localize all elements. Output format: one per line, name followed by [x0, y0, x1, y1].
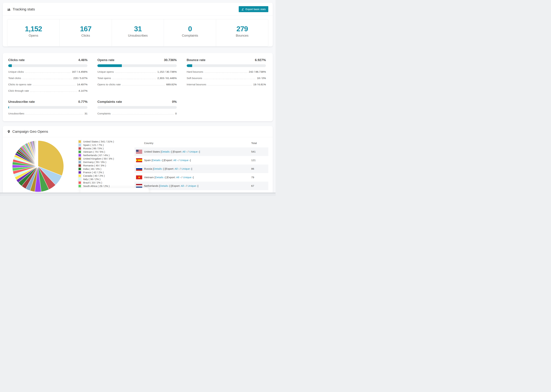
rate-row-value: 14.497%	[77, 83, 87, 86]
export-prefix: Export:	[166, 167, 175, 170]
export-all-link[interactable]: All ›	[173, 159, 178, 162]
rate-row: Total clicks220 / 5.87%	[8, 77, 87, 80]
country-cell: Vietnam [Details ›] [Export: All › / Uni…	[144, 176, 251, 179]
export-all-link[interactable]: All ›	[182, 150, 187, 153]
legend-item: Brazil ( 33 / 2% )	[78, 181, 134, 184]
legend-item: France ( 42 / 2% )	[78, 171, 134, 174]
tracking-stats-header: Tracking stats Export basic stats	[3, 3, 273, 16]
rate-row: Unique clicks167 / 4.456%	[8, 70, 87, 73]
rate-value: 0%	[172, 100, 177, 104]
ru-flag-icon	[136, 167, 142, 171]
legend-label: Germany ( 55 / 3% )	[83, 161, 106, 163]
stat-label: Bounces	[218, 34, 267, 37]
rate-head: Clicks rate4.46%	[8, 58, 87, 62]
rate-title: Unsubscribe rate	[8, 100, 35, 104]
country-name: Vietnam	[144, 176, 154, 179]
details-link[interactable]: Details ›	[160, 184, 170, 187]
legend-swatch	[78, 161, 81, 164]
bracket: ] [	[171, 150, 174, 153]
rate-rows: Hard bounces242 / 86.738%Soft bounces18 …	[187, 70, 266, 86]
bracket: ] [	[163, 167, 166, 170]
rate-rows: Complaints0	[97, 112, 177, 115]
rate-row-value: 4.147%	[78, 89, 88, 92]
rate-row: Complaints0	[97, 112, 177, 115]
legend-swatch	[78, 181, 81, 184]
export-all-link[interactable]: All ›	[181, 184, 185, 187]
rate-title: Clicks rate	[8, 58, 25, 62]
geo-opens-header: Campaign Geo Opens	[3, 126, 273, 137]
legend-swatch	[78, 154, 81, 157]
rate-head: Unsubscribe rate0.77%	[8, 100, 87, 104]
rate-row: Internal bounces19 / 6.81%	[187, 83, 266, 86]
rate-row-value: 2,303 / 61.446%	[157, 77, 177, 80]
details-link[interactable]: Details ›	[152, 159, 162, 162]
vn-flag-icon	[136, 175, 142, 179]
legend-label: Italy ( 36 / 2% )	[83, 178, 100, 181]
export-basic-stats-button[interactable]: Export basic stats	[239, 6, 268, 12]
rate-row: Unique opens1,152 / 30.736%	[97, 70, 177, 73]
progress-bar-fill	[97, 64, 122, 67]
stat-tile: 167Clicks	[60, 19, 112, 46]
export-unique-link[interactable]: Unique ›	[181, 167, 191, 170]
rate-value: 4.46%	[78, 58, 87, 62]
details-link[interactable]: Details ›	[154, 167, 163, 170]
rate-section: Opens rate30.736%Unique opens1,152 / 30.…	[97, 58, 177, 92]
export-unique-link[interactable]: Unique ›	[180, 159, 190, 162]
stat-value: 31	[113, 25, 162, 33]
progress-bar	[97, 106, 177, 109]
geo-table-header: CountryTotal	[134, 139, 268, 147]
legend-item: United States ( 541 / 31% )	[78, 140, 134, 143]
rate-row-value: 18 / 0%	[257, 77, 266, 80]
bracket: ]	[199, 150, 200, 153]
export-all-link[interactable]: All ›	[176, 176, 181, 179]
export-all-link[interactable]: All ›	[175, 167, 179, 170]
dotted-leader	[33, 85, 76, 85]
country-cell: Russia [Details ›] [Export: All › / Uniq…	[144, 167, 251, 170]
export-unique-link[interactable]: Unique ›	[183, 176, 193, 179]
rates-card: Clicks rate4.46%Unique clicks167 / 4.456…	[3, 53, 273, 121]
export-unique-link[interactable]: Unique ›	[188, 184, 198, 187]
export-unique-link[interactable]: Unique ›	[189, 150, 199, 153]
slash: /	[179, 167, 181, 170]
legend-item: Romania ( 49 / 3% )	[78, 164, 134, 167]
details-link[interactable]: Details ›	[155, 176, 165, 179]
dotted-leader	[25, 72, 71, 73]
page: Tracking stats Export basic stats 1,152O…	[0, 3, 276, 196]
country-name: United States	[144, 150, 160, 153]
rate-section: Unsubscribe rate0.77%Unsubscribes31	[8, 100, 87, 115]
progress-bar-fill	[8, 64, 12, 67]
page-bottom-strip	[0, 193, 276, 196]
country-column-header: Country	[144, 142, 251, 145]
rate-section: Complaints rate0%Complaints0	[97, 100, 177, 115]
tracking-stats-title: Tracking stats	[7, 7, 35, 11]
rate-row-value: 0	[175, 112, 177, 115]
es-flag-icon	[136, 158, 142, 162]
rate-value: 30.736%	[164, 58, 177, 62]
stat-label: Clicks	[61, 34, 110, 37]
rate-row-value: 220 / 5.87%	[73, 77, 88, 80]
legend-label: South Africa ( 29 / 2% )	[83, 185, 110, 188]
stat-tile: 1,152Opens	[7, 19, 60, 46]
slash: /	[181, 176, 183, 179]
table-row: United States [Details ›] [Export: All ›…	[134, 147, 268, 156]
legend-item: Canada ( 40 / 2% )	[78, 174, 134, 177]
dotted-leader	[26, 114, 83, 114]
rate-row-label: Unique clicks	[8, 70, 24, 73]
bracket: ] [	[165, 176, 167, 179]
export-prefix: Export:	[164, 159, 173, 162]
total-cell: 86	[251, 167, 268, 170]
stat-value: 1,152	[9, 25, 58, 33]
rate-row-value: 167 / 4.456%	[72, 70, 87, 73]
rate-row-label: Total opens	[97, 77, 111, 80]
country-name: Spain	[144, 159, 151, 162]
rate-section: Bounce rate6.927%Hard bounces242 / 86.73…	[187, 58, 266, 92]
legend-label: Brazil ( 33 / 2% )	[83, 181, 102, 184]
stat-tile: 0Complaints	[164, 19, 216, 46]
progress-bar-fill	[187, 64, 192, 67]
geo-opens-title: Campaign Geo Opens	[7, 129, 48, 133]
legend-label: Vietnam ( 79 / 5% )	[83, 150, 105, 153]
rate-section: Clicks rate4.46%Unique clicks167 / 4.456…	[8, 58, 87, 92]
details-link[interactable]: Details ›	[162, 150, 171, 153]
rate-title: Complaints rate	[97, 100, 122, 104]
rate-title: Bounce rate	[187, 58, 205, 62]
